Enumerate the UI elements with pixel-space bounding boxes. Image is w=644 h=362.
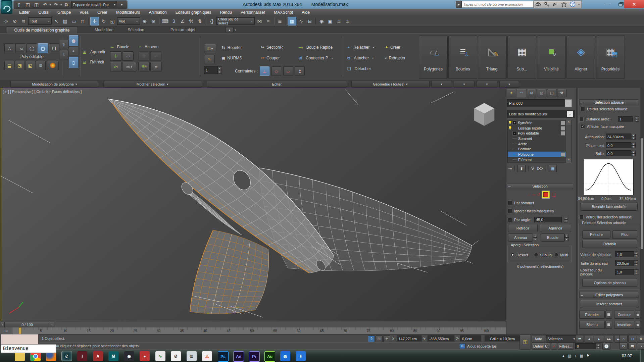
sel-polygon-icon[interactable] — [542, 191, 550, 199]
search-icon[interactable] — [535, 2, 541, 7]
unlink-selection-icon[interactable]: ⊘ — [11, 17, 19, 25]
menu-modificateurs[interactable]: Modificateurs — [112, 9, 144, 16]
modifier-list-dropdown[interactable]: Liste des modificateurs ⌄ — [507, 110, 575, 118]
loop-options-button[interactable]: ▭ ▾ — [122, 62, 136, 71]
extrude-button[interactable]: Extruder — [579, 311, 605, 319]
ring-button[interactable]: Anneau — [508, 234, 533, 242]
use-pivot-point-icon[interactable]: ⊕ — [141, 17, 149, 25]
favorites-star-icon[interactable] — [561, 2, 567, 7]
preview-off-radio[interactable] — [510, 253, 515, 257]
taskbar-icon-photoshop[interactable]: Ps — [218, 351, 229, 362]
help-icon[interactable]: ? — [569, 1, 576, 7]
outline-settings-button[interactable] — [635, 311, 640, 319]
ring-spinner[interactable]: ▲▼ — [533, 234, 537, 241]
x-coord-field[interactable]: 147,271cm — [397, 335, 422, 342]
ring-options-button[interactable]: ≣ — [150, 62, 162, 71]
ring-fast-button[interactable]: ≣ϟ — [138, 62, 150, 71]
pan-view-icon[interactable]: ✥ — [637, 335, 644, 343]
loop-fast-button[interactable]: ≠ϟ — [110, 62, 121, 71]
stack-item-lissage-rapide[interactable]: 💡Lissage rapide — [508, 125, 566, 131]
taskbar-icon-3dsmax[interactable]: Ƨ — [62, 351, 72, 361]
bevel-settings-button[interactable] — [605, 321, 612, 329]
scroll-down-icon[interactable]: ∨ — [566, 158, 572, 163]
poly-border-mode-icon[interactable]: ⬕ — [25, 61, 35, 70]
tab-modify-icon[interactable]: ◠ — [517, 89, 526, 97]
y-coord-field[interactable]: -368,559cm — [428, 335, 454, 342]
big-button-visibilit[interactable]: ■○Visibilité — [537, 36, 566, 79]
selection-lock-icon[interactable]: ⚿ — [376, 335, 383, 342]
taskbar-icon-slashapp[interactable]: Ø — [171, 351, 181, 361]
ribbon-tab-modeling[interactable]: Outils de modélisation graphite — [6, 27, 78, 34]
next-modifier-icon[interactable]: ⇩ — [59, 50, 68, 59]
revert-button[interactable]: Rétablir — [582, 240, 637, 248]
menu-rendu[interactable]: Rendu — [215, 9, 236, 16]
caption-collapsed-2[interactable]: ▼ — [454, 81, 475, 88]
communication-center-icon[interactable] — [552, 2, 558, 7]
app-logo[interactable] — [1, 0, 12, 14]
subobject-vertex-icon[interactable]: ∴ — [4, 43, 15, 53]
show-desktop-button[interactable] — [640, 350, 644, 362]
next-frame-icon[interactable]: ▸▸ — [605, 335, 613, 343]
taskbar-icon-indesign[interactable]: I — [77, 351, 87, 361]
affect-backfacing-checkbox[interactable]: ✓ — [581, 124, 585, 128]
edit-named-selection-sets-icon[interactable]: {} — [208, 17, 216, 25]
time-slider-track[interactable]: ‹ 0 / 100 › — [0, 321, 506, 328]
select-object-icon[interactable]: ↖ — [52, 17, 60, 25]
shrink-selection-button[interactable]: Rétrécir — [508, 224, 538, 232]
object-name-field[interactable]: Plan003 — [507, 99, 567, 107]
caption-edit[interactable]: Editer — [207, 81, 347, 88]
welcome-window-title[interactable]: Bienvenue — [1, 344, 56, 353]
percent-snap-icon[interactable]: % — [187, 17, 195, 25]
taskbar-icon-redapp[interactable]: ● — [140, 351, 150, 361]
shrink-button[interactable]: ⊟Rétrécir — [83, 59, 104, 65]
current-frame-spinner[interactable]: ▲▼ — [596, 343, 600, 349]
big-button-proprits[interactable]: ▦▤Propriétés — [596, 36, 625, 79]
window-crossing-icon[interactable]: ◻ — [79, 17, 87, 25]
tab-utilities-icon[interactable]: ⚒ — [557, 89, 566, 97]
select-and-link-icon[interactable]: ∞ — [2, 17, 10, 25]
show-end-result-toggle-icon[interactable]: ▮ — [517, 165, 526, 172]
ribbon-tab-object-paint[interactable]: Peinture objet — [161, 27, 205, 33]
mirror-icon[interactable]: ⋈ — [255, 17, 263, 25]
show-end-result-icon[interactable]: ◍ — [69, 35, 78, 46]
rectangular-region-icon[interactable]: ▭ — [70, 17, 78, 25]
taskbar-icon-aftereffects[interactable]: Ae — [233, 351, 244, 362]
maximize-viewport-icon[interactable]: ⬒ — [628, 343, 636, 350]
taskbar-icon-calculator[interactable]: ≣ — [187, 351, 197, 361]
time-slider-prev-icon[interactable]: ‹ — [0, 322, 5, 328]
swift-loop-section-button[interactable]: ✂SectionR — [261, 45, 283, 50]
stack-item-bordure[interactable]: Bordure — [508, 146, 566, 152]
brush-strength-field[interactable]: 1,0 — [615, 269, 634, 275]
orbit-view-icon[interactable]: ↻ — [620, 343, 628, 350]
constraint-edge-icon[interactable]: ◇ — [271, 66, 281, 76]
subobject-edge-icon[interactable]: ◅ — [15, 43, 26, 53]
z-coord-field[interactable]: 0,0cm — [460, 335, 481, 342]
extrude-settings-button[interactable] — [605, 311, 612, 319]
select-and-rotate-icon[interactable]: ↻ — [100, 17, 108, 25]
stack-item-ar-te[interactable]: Arête — [508, 141, 566, 147]
ribbon-tab-selection[interactable]: Sélection — [116, 27, 156, 33]
menu-aide[interactable]: Aide — [297, 9, 314, 16]
schematic-view-icon[interactable]: ⊟ — [306, 17, 314, 25]
show-hidden-icons-icon[interactable]: ▴ — [562, 354, 564, 358]
rendered-frame-window-icon[interactable]: ♨ — [335, 17, 343, 25]
caption-collapsed-3[interactable]: ▼ — [477, 81, 497, 88]
undo-icon[interactable]: ↶ — [41, 1, 49, 9]
menu-editer[interactable]: Editer — [15, 9, 34, 16]
bubble-spinner[interactable]: ▲▼ — [631, 151, 636, 156]
swift-loop-button[interactable]: ╍ϟBoucle Rapide — [299, 45, 333, 50]
grow-selection-button[interactable]: Agrandir — [540, 224, 571, 232]
material-editor-icon[interactable]: ◉ — [317, 17, 326, 25]
big-button-aligner[interactable]: ◈+Aligner — [566, 36, 595, 79]
key-icon[interactable] — [544, 2, 550, 7]
taskbar-icon-downloader[interactable]: ⬇ — [296, 351, 306, 361]
collapse-button[interactable]: »Rétracter — [385, 56, 405, 60]
poly-element-mode-icon[interactable]: ⧈ — [36, 61, 46, 70]
command-panel-scrollbar[interactable] — [640, 88, 644, 334]
tab-display-icon[interactable]: ▢ — [547, 89, 556, 97]
caption-modify-selection[interactable]: Modifier sélection ▼ — [103, 81, 202, 88]
close-button[interactable]: ✕ — [624, 0, 644, 8]
taskbar-icon-premiere[interactable]: Pr — [249, 351, 260, 362]
insert-vertex-button[interactable]: Insérer sommet — [580, 300, 638, 308]
field-of-view-icon[interactable]: ◔ — [637, 343, 644, 350]
